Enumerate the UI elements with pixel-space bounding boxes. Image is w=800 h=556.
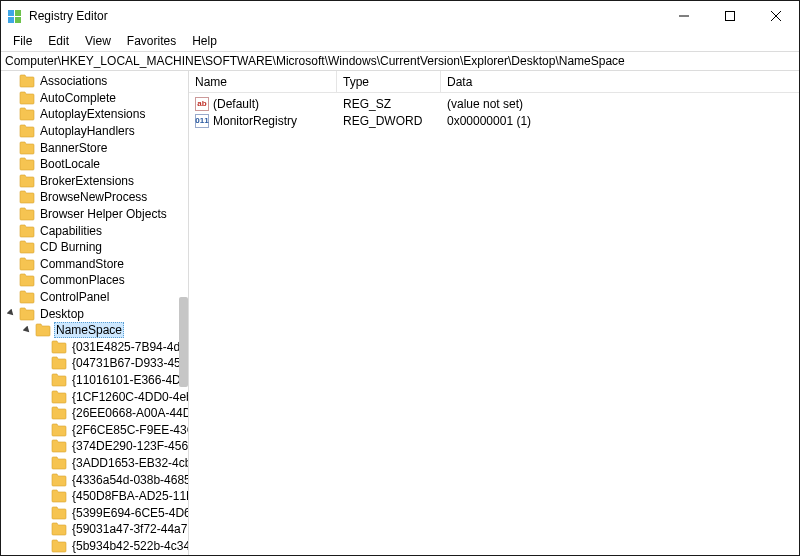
folder-icon [19, 141, 35, 155]
tree-item[interactable]: {1CF1260C-4DD0-4ebb-81 [1, 388, 188, 405]
tree-item-label: {031E4825-7B94-4dc3-B131 [70, 340, 188, 354]
chevron-down-icon[interactable] [21, 324, 33, 336]
folder-icon [51, 456, 67, 470]
folder-icon [19, 174, 35, 188]
menu-view[interactable]: View [77, 33, 119, 49]
tree-item[interactable]: CommonPlaces [1, 272, 188, 289]
list-pane: Name Type Data ab(Default)REG_SZ(value n… [189, 71, 799, 555]
menu-help[interactable]: Help [184, 33, 225, 49]
folder-icon [51, 340, 67, 354]
tree-item-label: {5399E694-6CE5-4D6C-8F [70, 506, 188, 520]
tree-item[interactable]: {26EE0668-A00A-44D7-93 [1, 405, 188, 422]
maximize-button[interactable] [707, 1, 753, 31]
tree-item[interactable]: BrowseNewProcess [1, 189, 188, 206]
table-row[interactable]: ab(Default)REG_SZ(value not set) [189, 95, 799, 112]
tree-item[interactable]: AutoplayExtensions [1, 106, 188, 123]
folder-icon [51, 506, 67, 520]
tree-item[interactable]: BannerStore [1, 139, 188, 156]
cell-data: (value not set) [441, 97, 799, 111]
tree-item[interactable]: {11016101-E366-4D22-BC0 [1, 372, 188, 389]
tree-item[interactable]: BrokerExtensions [1, 173, 188, 190]
titlebar: Registry Editor [1, 1, 799, 31]
tree-item[interactable]: {374DE290-123F-4565-91 [1, 438, 188, 455]
folder-icon [19, 257, 35, 271]
tree-item[interactable]: Browser Helper Objects [1, 206, 188, 223]
tree-item-label: CommandStore [38, 257, 126, 271]
cell-type: REG_SZ [337, 97, 441, 111]
menu-edit[interactable]: Edit [40, 33, 77, 49]
tree-item[interactable]: BootLocale [1, 156, 188, 173]
tree-item[interactable]: {2F6CE85C-F9EE-43CA-90 [1, 421, 188, 438]
tree-item-label: AutoComplete [38, 91, 118, 105]
registry-string-icon: ab [195, 97, 209, 111]
menu-favorites[interactable]: Favorites [119, 33, 184, 49]
tree-item-label: BrokerExtensions [38, 174, 136, 188]
folder-icon [51, 473, 67, 487]
folder-icon [51, 423, 67, 437]
address-bar[interactable]: Computer\HKEY_LOCAL_MACHINE\SOFTWARE\Mic… [1, 51, 799, 71]
tree-item[interactable]: Desktop [1, 305, 188, 322]
folder-icon [19, 124, 35, 138]
tree-item[interactable]: {04731B67-D933-450a-90E [1, 355, 188, 372]
app-icon [7, 8, 23, 24]
column-header-name[interactable]: Name [189, 71, 337, 92]
folder-icon [51, 373, 67, 387]
tree-item[interactable]: {031E4825-7B94-4dc3-B131 [1, 339, 188, 356]
tree-item[interactable]: {4336a54d-038b-4685-ab0 [1, 471, 188, 488]
tree-scrollbar-thumb[interactable] [179, 297, 188, 387]
folder-icon [19, 290, 35, 304]
tree-item-label: AutoplayHandlers [38, 124, 137, 138]
cell-data: 0x00000001 (1) [441, 114, 799, 128]
tree-item-label: {59031a47-3f72-44a7-89c [70, 522, 188, 536]
tree-item-label: {04731B67-D933-450a-90E [70, 356, 188, 370]
tree-item[interactable]: AutoComplete [1, 90, 188, 107]
list-header: Name Type Data [189, 71, 799, 93]
tree-item-label: BrowseNewProcess [38, 190, 149, 204]
tree-item-label: {11016101-E366-4D22-BC0 [70, 373, 188, 387]
tree-item[interactable]: CommandStore [1, 256, 188, 273]
tree-item[interactable]: AutoplayHandlers [1, 123, 188, 140]
folder-icon [19, 74, 35, 88]
tree-item[interactable]: {59031a47-3f72-44a7-89c [1, 521, 188, 538]
svg-line-7 [771, 11, 781, 21]
chevron-down-icon[interactable] [5, 308, 17, 320]
tree-item-label: {450D8FBA-AD25-11D0-98 [70, 489, 188, 503]
folder-icon [19, 307, 35, 321]
folder-icon [51, 539, 67, 553]
menu-file[interactable]: File [5, 33, 40, 49]
tree-item-label: Associations [38, 74, 109, 88]
registry-dword-icon: 011 [195, 114, 209, 128]
tree-scroll[interactable]: AssociationsAutoCompleteAutoplayExtensio… [1, 71, 188, 555]
folder-icon [51, 522, 67, 536]
close-button[interactable] [753, 1, 799, 31]
folder-icon [19, 240, 35, 254]
folder-icon [19, 107, 35, 121]
window-title: Registry Editor [29, 9, 108, 23]
table-row[interactable]: 011MonitorRegistryREG_DWORD0x00000001 (1… [189, 112, 799, 129]
tree-item-label: {2F6CE85C-F9EE-43CA-90 [70, 423, 188, 437]
minimize-button[interactable] [661, 1, 707, 31]
window: Registry Editor File Edit View Favorites… [0, 0, 800, 556]
tree-pane: AssociationsAutoCompleteAutoplayExtensio… [1, 71, 189, 555]
column-header-data[interactable]: Data [441, 71, 799, 92]
svg-rect-2 [8, 17, 14, 23]
tree-item-label: NameSpace [54, 322, 124, 338]
tree-item-label: {3ADD1653-EB32-4cb0-BB [70, 456, 188, 470]
tree-item-label: CommonPlaces [38, 273, 127, 287]
tree-item[interactable]: {5b934b42-522b-4c34-bbf [1, 538, 188, 555]
tree-item[interactable]: Capabilities [1, 222, 188, 239]
tree-item[interactable]: CD Burning [1, 239, 188, 256]
folder-icon [35, 323, 51, 337]
svg-rect-1 [15, 10, 21, 16]
tree-item[interactable]: Associations [1, 73, 188, 90]
folder-icon [51, 390, 67, 404]
tree-item[interactable]: {450D8FBA-AD25-11D0-98 [1, 488, 188, 505]
tree-item[interactable]: NameSpace [1, 322, 188, 339]
tree-item-label: {374DE290-123F-4565-91 [70, 439, 188, 453]
tree-item[interactable]: ControlPanel [1, 289, 188, 306]
tree-item[interactable]: {3ADD1653-EB32-4cb0-BB [1, 455, 188, 472]
svg-line-6 [771, 11, 781, 21]
tree-item[interactable]: {645FF040-5081-101B-9F0 [1, 554, 188, 555]
column-header-type[interactable]: Type [337, 71, 441, 92]
tree-item[interactable]: {5399E694-6CE5-4D6C-8F [1, 504, 188, 521]
